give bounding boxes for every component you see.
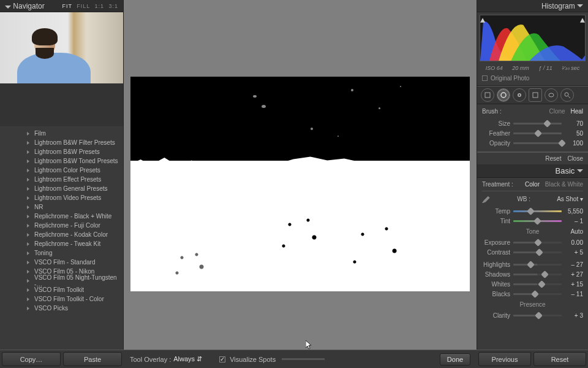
preset-folder[interactable]: Lightroom B&W Filter Presets <box>0 138 123 147</box>
navigator-title: Navigator <box>13 2 44 10</box>
eyedropper-icon[interactable] <box>482 194 491 203</box>
basic-panel-header[interactable]: Basic <box>477 164 588 178</box>
histogram-graph[interactable] <box>480 15 586 61</box>
reset-button[interactable]: Reset <box>533 352 586 366</box>
crop-tool-icon[interactable] <box>481 88 494 102</box>
exposure-slider[interactable] <box>513 242 562 243</box>
paste-button[interactable]: Paste <box>63 352 122 366</box>
brush-label: Brush : <box>482 108 502 115</box>
preset-folder[interactable]: Lightroom B&W Presets <box>0 147 123 156</box>
svg-line-9 <box>568 96 570 98</box>
zoom-levels[interactable]: FIT FILL 1:1 3:1 <box>59 3 118 9</box>
chevron-right-icon <box>27 169 29 172</box>
preset-folder[interactable]: Replichrome - Tweak Kit <box>0 239 123 248</box>
contrast-slider[interactable] <box>513 251 562 253</box>
chevron-right-icon <box>27 242 29 246</box>
histogram-header[interactable]: Histogram <box>477 0 588 12</box>
original-photo-toggle[interactable]: Original Photo <box>477 72 588 86</box>
chevron-right-icon <box>27 159 29 163</box>
preset-folder[interactable]: Replichrome - Black + White <box>0 212 123 221</box>
chevron-down-icon <box>5 6 11 9</box>
brush-reset[interactable]: Reset <box>545 155 561 162</box>
preset-list: Film Lightroom B&W Filter Presets Lightr… <box>0 126 123 350</box>
chevron-right-icon <box>27 187 29 191</box>
brush-close[interactable]: Close <box>567 155 583 162</box>
redeye-tool-icon[interactable] <box>513 88 526 102</box>
tool-strip <box>477 86 588 104</box>
previous-button[interactable]: Previous <box>478 352 531 366</box>
clarity-slider[interactable] <box>513 315 562 316</box>
preset-folder[interactable]: VSCO Film Toolkit - Color <box>0 294 123 304</box>
svg-point-7 <box>549 93 554 97</box>
chevron-down-icon <box>577 169 583 172</box>
visualize-spots-checkbox[interactable] <box>219 356 225 362</box>
tool-overlay-dropdown[interactable]: Always ⇵ <box>173 355 202 363</box>
preview-image[interactable] <box>130 77 470 291</box>
blacks-slider[interactable] <box>513 293 562 295</box>
preset-folder[interactable]: Lightroom Color Presets <box>0 166 123 175</box>
spot-removal-tool-icon[interactable] <box>497 88 510 102</box>
graduated-filter-tool-icon[interactable] <box>529 88 542 102</box>
preset-folder[interactable]: Lightroom B&W Toned Presets <box>0 156 123 166</box>
bottom-toolbar: Copy… Paste Tool Overlay : Always ⇵ Visu… <box>0 350 588 368</box>
size-slider[interactable] <box>513 123 562 125</box>
done-button[interactable]: Done <box>440 353 470 366</box>
preset-folder[interactable]: Replichrome - Fuji Color <box>0 221 123 230</box>
editor-canvas[interactable] <box>124 0 477 350</box>
preset-folder[interactable]: Lightroom Video Presets <box>0 193 123 202</box>
chevron-right-icon <box>27 279 29 283</box>
visualize-spots-slider[interactable] <box>282 358 325 360</box>
svg-marker-1 <box>580 18 585 22</box>
navigator-header[interactable]: Navigator FIT FILL 1:1 3:1 <box>0 0 123 12</box>
adjustment-brush-tool-icon[interactable] <box>560 88 574 102</box>
treatment-color[interactable]: Color <box>525 181 540 188</box>
preset-folder[interactable]: VSCO Film 05 Night-Tungsten -… <box>0 276 123 285</box>
chevron-right-icon <box>27 261 29 264</box>
chevron-right-icon <box>27 178 29 182</box>
whites-slider[interactable] <box>513 283 562 285</box>
chevron-right-icon <box>27 215 29 218</box>
checkbox-icon <box>482 75 488 81</box>
chevron-right-icon <box>27 150 29 154</box>
treatment-bw[interactable]: Black & White <box>545 181 583 188</box>
brush-panel: Brush : Clone Heal Size70 Feather50 Opac… <box>477 104 588 152</box>
chevron-right-icon <box>27 297 29 301</box>
preset-folder[interactable]: VSCO Picks <box>0 304 123 313</box>
preset-folder[interactable]: NR <box>0 202 123 212</box>
chevron-right-icon <box>27 288 29 292</box>
svg-rect-6 <box>533 93 538 98</box>
svg-point-3 <box>501 93 506 98</box>
svg-point-8 <box>565 93 568 96</box>
preset-folder[interactable]: VSCO Film - Standard <box>0 258 123 267</box>
chevron-down-icon <box>577 4 583 7</box>
chevron-right-icon <box>27 205 29 209</box>
radial-filter-tool-icon[interactable] <box>545 88 558 102</box>
chevron-right-icon <box>27 196 29 200</box>
preset-folder[interactable]: Lightroom Effect Presets <box>0 175 123 184</box>
chevron-right-icon <box>27 251 29 255</box>
preset-folder[interactable]: Film <box>0 129 123 138</box>
basic-panel: Treatment : Color Black & White WB : As … <box>477 178 588 323</box>
preset-folder[interactable]: Lightroom General Presets <box>0 184 123 193</box>
opacity-slider[interactable] <box>513 142 562 144</box>
copy-button[interactable]: Copy… <box>2 352 61 366</box>
clone-mode[interactable]: Clone <box>549 108 565 115</box>
left-panel: Navigator FIT FILL 1:1 3:1 Film Lightroo… <box>0 0 124 350</box>
tint-slider[interactable] <box>513 220 562 222</box>
auto-tone-button[interactable]: Auto <box>570 228 583 235</box>
shadows-slider[interactable] <box>513 274 562 275</box>
svg-marker-0 <box>480 18 485 22</box>
chevron-right-icon <box>27 141 29 145</box>
chevron-right-icon <box>27 307 29 310</box>
chevron-right-icon <box>27 132 29 136</box>
highlights-slider[interactable] <box>513 264 562 266</box>
temp-slider[interactable] <box>513 210 562 212</box>
preset-folder[interactable]: Toning <box>0 248 123 258</box>
wb-dropdown[interactable]: As Shot ▾ <box>557 196 583 202</box>
chevron-right-icon <box>27 270 29 274</box>
feather-slider[interactable] <box>513 132 562 134</box>
preset-folder[interactable]: Replichrome - Kodak Color <box>0 230 123 239</box>
right-panel: Histogram ISO 64 20 mm ƒ / 11 ¹⁄₃₀ sec O… <box>477 0 588 350</box>
exif-info: ISO 64 20 mm ƒ / 11 ¹⁄₃₀ sec <box>477 64 588 72</box>
heal-mode[interactable]: Heal <box>570 108 583 115</box>
